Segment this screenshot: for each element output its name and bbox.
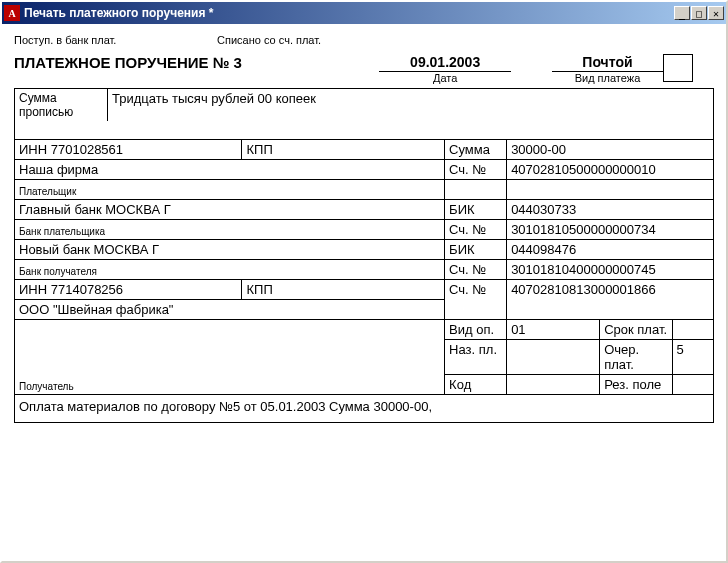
payer-name-cell: Наша фирма	[15, 159, 445, 179]
minimize-button[interactable]: _	[674, 6, 690, 20]
payer-bank-acc-label: Сч. №	[445, 219, 507, 239]
payer-kpp-cell: КПП	[242, 139, 445, 159]
payer-kpp-label: КПП	[246, 142, 272, 157]
app-window: A Печать платежного поручения * _ □ ✕ По…	[0, 0, 728, 563]
payee-inn-label: ИНН	[19, 282, 47, 297]
rez	[672, 374, 713, 394]
doc-title: ПЛАТЕЖНОЕ ПОРУЧЕНИЕ № 3	[14, 54, 242, 71]
payment-type-label: Вид платежа	[552, 72, 664, 84]
window-title: Печать платежного поручения *	[24, 6, 674, 20]
doc-title-text: ПЛАТЕЖНОЕ ПОРУЧЕНИЕ №	[14, 54, 234, 71]
debited-label: Списано со сч. плат.	[217, 34, 321, 46]
payer-bank-bik: 044030733	[507, 199, 714, 219]
header-table: ПЛАТЕЖНОЕ ПОРУЧЕНИЕ № 3 09.01.2003 Дата …	[14, 54, 714, 88]
payer-inn-label: ИНН	[19, 142, 47, 157]
payer-bank-acc: 30101810500000000734	[507, 219, 714, 239]
amount-words-value: Тридцать тысяч рублей 00 копеек	[108, 89, 714, 122]
payer-account: 40702810500000000010	[507, 159, 714, 179]
payee-bank-acc: 30101810400000000745	[507, 259, 714, 279]
payee-acc: 40702810813000001866	[507, 279, 714, 319]
status-box	[663, 54, 693, 82]
payee-kpp-cell: КПП	[242, 279, 445, 299]
srok	[672, 319, 713, 339]
payment-type-value: Почтой	[552, 54, 664, 72]
payer-bank-role-label: Банк плательщика	[15, 219, 445, 239]
payer-role-label: Плательщик	[15, 179, 445, 199]
topline: Поступ. в банк плат. Списано со сч. плат…	[14, 32, 714, 54]
vid-op: 01	[507, 319, 600, 339]
doc-number: 3	[234, 54, 242, 71]
naz-pl	[507, 339, 600, 374]
document-area: Поступ. в банк плат. Списано со сч. плат…	[2, 24, 726, 561]
payee-bank-acc-label: Сч. №	[445, 259, 507, 279]
payer-account-label: Сч. №	[445, 159, 507, 179]
titlebar: A Печать платежного поручения * _ □ ✕	[2, 2, 726, 24]
date-label: Дата	[379, 72, 511, 84]
kod-label: Код	[445, 374, 507, 394]
app-icon: A	[4, 5, 20, 21]
received-label: Поступ. в банк плат.	[14, 34, 214, 46]
vid-op-label: Вид оп.	[445, 319, 507, 339]
payee-bank-name: Новый банк МОСКВА Г	[19, 242, 440, 257]
rez-label: Рез. поле	[600, 374, 672, 394]
payee-role-label: Получатель	[19, 381, 74, 392]
amount-label: Сумма	[445, 139, 507, 159]
payee-bank-role-label: Банк получателя	[15, 259, 445, 279]
kod	[507, 374, 600, 394]
payee-bank-name-cell: Новый банк МОСКВА Г	[15, 239, 445, 259]
main-form: Сумма прописью Тридцать тысяч рублей 00 …	[14, 88, 714, 395]
payee-acc-label: Сч. №	[445, 279, 507, 319]
payee-kpp-label: КПП	[246, 282, 272, 297]
naz-pl-label: Наз. пл.	[445, 339, 507, 374]
amount-words-label: Сумма прописью	[15, 89, 108, 122]
payer-bank-name: Главный банк МОСКВА Г	[19, 202, 440, 217]
payer-name: Наша фирма	[19, 162, 440, 177]
payee-name: ООО "Швейная фабрика"	[19, 302, 440, 317]
ocher-label: Очер. плат.	[600, 339, 672, 374]
payer-inn: 7701028561	[51, 142, 123, 157]
srok-label: Срок плат.	[600, 319, 672, 339]
window-controls: _ □ ✕	[674, 6, 724, 20]
payee-inn-cell: ИНН 7714078256	[15, 279, 242, 299]
payer-inn-cell: ИНН 7701028561	[15, 139, 242, 159]
payee-name-cell: ООО "Швейная фабрика"	[15, 299, 445, 319]
payee-bank-bik: 044098476	[507, 239, 714, 259]
maximize-button[interactable]: □	[691, 6, 707, 20]
payer-bank-name-cell: Главный банк МОСКВА Г	[15, 199, 445, 219]
payer-bank-bik-label: БИК	[445, 199, 507, 219]
date-value: 09.01.2003	[379, 54, 511, 72]
ocher: 5	[672, 339, 713, 374]
payee-inn: 7714078256	[51, 282, 123, 297]
amount-value: 30000-00	[507, 139, 714, 159]
close-button[interactable]: ✕	[708, 6, 724, 20]
payment-purpose: Оплата материалов по договору №5 от 05.0…	[14, 395, 714, 423]
payee-bank-bik-label: БИК	[445, 239, 507, 259]
